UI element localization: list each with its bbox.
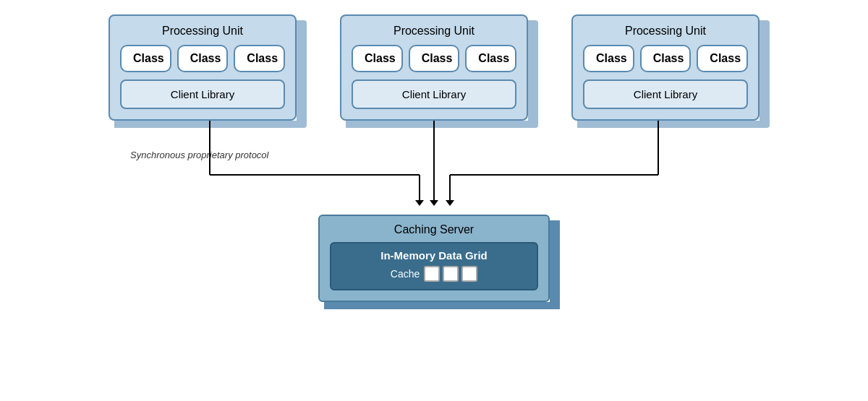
arrows-svg (116, 121, 752, 215)
class-box-2-1: Class (352, 45, 403, 72)
class-box-2-3: Class (465, 45, 516, 72)
cache-label: Cache (391, 268, 420, 280)
pu2-classes-row: Class Class Class (352, 45, 516, 72)
svg-marker-3 (415, 200, 424, 206)
cache-square-2 (443, 266, 459, 282)
imdg-title: In-Memory Data Grid (340, 249, 528, 262)
processing-unit-3-3d: Processing Unit Class Class Class Client… (571, 14, 760, 121)
pu1-right-face (297, 20, 307, 126)
cache-row: Cache (340, 266, 528, 282)
connectors-area: Synchronous proprietary protocol (116, 121, 752, 215)
class-box-3-2: Class (640, 45, 692, 72)
processing-unit-2-3d: Processing Unit Class Class Class Client… (340, 14, 528, 121)
class-box-1-2: Class (177, 45, 229, 72)
pu3-front-face: Processing Unit Class Class Class Client… (571, 14, 760, 121)
pu3-title: Processing Unit (583, 25, 748, 38)
cache-square-3 (461, 266, 477, 282)
cs-front-face: Caching Server In-Memory Data Grid Cache (318, 215, 550, 302)
class-box-3-3: Class (697, 45, 748, 72)
cs-bottom-face (324, 302, 560, 309)
cache-square-1 (424, 266, 440, 282)
pu3-classes-row: Class Class Class (583, 45, 748, 72)
processing-unit-1: Processing Unit Class Class Class Client… (109, 14, 297, 121)
cs-title: Caching Server (330, 223, 538, 236)
pu3-right-face (760, 20, 770, 126)
class-box-1-1: Class (120, 45, 171, 72)
pu1-classes-row: Class Class Class (120, 45, 285, 72)
pu2-client-library: Client Library (352, 79, 516, 109)
pu1-title: Processing Unit (120, 25, 285, 38)
class-box-3-1: Class (583, 45, 634, 72)
pu3-client-library: Client Library (583, 79, 748, 109)
pu1-client-library: Client Library (120, 79, 285, 109)
caching-server-wrapper: Caching Server In-Memory Data Grid Cache (318, 215, 550, 302)
processing-unit-3: Processing Unit Class Class Class Client… (571, 14, 760, 121)
svg-marker-9 (446, 200, 454, 206)
pu2-title: Processing Unit (352, 25, 516, 38)
class-box-2-2: Class (409, 45, 460, 72)
pu2-front-face: Processing Unit Class Class Class Client… (340, 14, 528, 121)
class-box-1-3: Class (234, 45, 285, 72)
svg-marker-5 (430, 200, 438, 206)
pu1-front-face: Processing Unit Class Class Class Client… (109, 14, 297, 121)
processing-unit-2: Processing Unit Class Class Class Client… (340, 14, 528, 121)
cs-right-face (550, 220, 560, 308)
processing-unit-1-3d: Processing Unit Class Class Class Client… (109, 14, 297, 121)
imdg-box: In-Memory Data Grid Cache (330, 242, 538, 290)
processing-units-row: Processing Unit Class Class Class Client… (109, 14, 760, 121)
diagram-container: Processing Unit Class Class Class Client… (0, 0, 868, 401)
pu2-right-face (528, 20, 538, 126)
